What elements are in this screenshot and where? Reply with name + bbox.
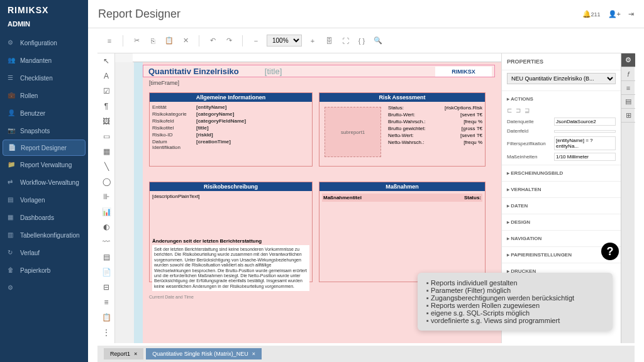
nav-papierkorb[interactable]: 🗑Papierkorb [0, 261, 88, 279]
feature-tooltip: Reports individuell gestalten Parameter … [418, 273, 613, 331]
section-erscheinung[interactable]: ▸ ERSCHEINUNGSBILD [507, 168, 616, 178]
nav-dashboards[interactable]: ▦Dashboards [0, 209, 88, 226]
sparkline-tool[interactable]: 〰 [97, 234, 115, 250]
doc-tool[interactable]: 📋 [97, 310, 115, 325]
nav-rollen[interactable]: 💼Rollen [0, 87, 88, 104]
template-icon: ▤ [8, 196, 15, 204]
redo-icon[interactable]: ↷ [223, 35, 235, 47]
tab-quantitative[interactable]: Quantitative Single Risk (Matrix)_NEU× [146, 348, 262, 359]
section-papier[interactable]: ▸ PAPIEREINSTELLUNGEN [507, 250, 616, 260]
camera-icon: 📷 [8, 127, 15, 134]
align-left-icon[interactable]: ⊏ [507, 107, 512, 114]
align-center-icon[interactable]: ⊐ [516, 107, 521, 114]
checkbox-tool[interactable]: ☑ [97, 84, 115, 99]
title-band[interactable]: Quantitativ Einzelrisiko [title] RIMIKSX [143, 65, 495, 77]
actions-header[interactable]: ▸ ACTIONS [507, 94, 616, 104]
cut-icon[interactable]: ✂ [131, 35, 142, 47]
panel-beschreibung[interactable]: Risikobeschreibung [descriptionPlainText… [149, 182, 313, 282]
nav-report-verwaltung[interactable]: 📁Report Verwaltung [0, 156, 88, 173]
report-logo[interactable]: RIMIKSX [435, 67, 492, 77]
ruler-horizontal [133, 53, 501, 62]
tool-palette: ↖ A ☑ ¶ 🖼 ▭ ▦ ╲ ◯ ⊪ 📊 ◐ 〰 ▤ 📄 ⊟ ≡ 📋 ⋮ [97, 53, 115, 343]
nav-tabellen[interactable]: ▥Tabellenkonfiguration [0, 226, 88, 244]
nav-checklisten[interactable]: ☰Checklisten [0, 69, 88, 87]
page-title: Report Designer [98, 8, 582, 21]
footer-date[interactable]: Current Date and Time [149, 295, 194, 341]
pagebreak-tool[interactable]: ⊟ [97, 280, 115, 295]
paste-icon[interactable]: 📋 [164, 35, 175, 47]
tab-tree[interactable]: ⊞ [621, 109, 635, 123]
section-navigation[interactable]: ▸ NAVIGATION [507, 233, 616, 244]
element-select[interactable]: NEU Quantitativ Einzelrisiko (B... [507, 73, 616, 84]
description-field[interactable]: [descriptionPlainText] [152, 194, 309, 199]
pivot-tool[interactable]: ▤ [97, 250, 115, 265]
toc-tool[interactable]: ⋮ [97, 325, 115, 340]
text-tool[interactable]: A [97, 69, 115, 84]
report-title[interactable]: Quantitativ Einzelrisiko [143, 65, 244, 77]
title-placeholder[interactable]: [title] [265, 67, 282, 76]
history-icon: ↻ [8, 249, 15, 256]
image-tool[interactable]: 🖼 [97, 114, 115, 129]
subreport1[interactable]: subreport1 [325, 107, 381, 157]
barcode-tool[interactable]: ⊪ [97, 189, 115, 204]
zoom-select[interactable]: 100% [267, 35, 302, 47]
tab-properties[interactable]: ⚙ [621, 53, 635, 67]
nav-vorlagen[interactable]: ▤Vorlagen [0, 191, 88, 209]
undo-icon[interactable]: ↶ [207, 35, 218, 47]
panel-allgemeine[interactable]: Allgemeine Informationen Entität[entityN… [149, 92, 313, 167]
users-icon: 👥 [8, 57, 15, 64]
tab-expressions[interactable]: f [621, 67, 635, 81]
nav-benutzer[interactable]: 👤Benutzer [0, 104, 88, 122]
user-add-icon[interactable]: 👤+ [608, 10, 621, 18]
tab-explorer[interactable]: ▤ [621, 95, 635, 109]
nav-verlauf[interactable]: ↻Verlauf [0, 244, 88, 261]
close-icon[interactable]: × [252, 351, 255, 357]
chart-tool[interactable]: 📊 [97, 204, 115, 219]
panel-tool[interactable]: ▭ [97, 129, 115, 144]
nav-settings[interactable]: ⚙ [0, 279, 88, 297]
logout-icon[interactable]: ⇥ [628, 10, 634, 18]
changes-text[interactable]: Seit der letzten Berichterstattung sind … [152, 245, 309, 291]
section-design[interactable]: ▸ DESIGN [507, 217, 616, 228]
panel-massnahmen[interactable]: Maßnahmen Maßnahmentitel Status: [319, 182, 486, 282]
line-tool[interactable]: ╲ [97, 159, 115, 174]
menu-icon[interactable]: ≡ [104, 35, 115, 47]
nav-mandanten[interactable]: 👥Mandanten [0, 52, 88, 69]
nav-snapshots[interactable]: 📷Snapshots [0, 122, 88, 140]
admin-label: ADMIN [0, 20, 88, 34]
tab-report1[interactable]: Report1× [104, 348, 143, 359]
panel-risk-assessment[interactable]: Risk Assessment subreport1 Status:[riskO… [319, 92, 486, 167]
section-daten[interactable]: ▸ DATEN [507, 200, 616, 211]
db-icon[interactable]: 🗄 [323, 35, 335, 47]
tabs-bar: Report1× Quantitative Single Risk (Matri… [97, 346, 635, 362]
richtext-tool[interactable]: ¶ [97, 99, 115, 114]
align-right-icon[interactable]: ⊒ [525, 107, 530, 114]
close-icon[interactable]: × [134, 351, 137, 357]
header-actions: 🔔211 👤+ ⇥ [582, 10, 634, 18]
briefcase-icon: 💼 [8, 92, 15, 99]
nav-report-designer[interactable]: 📄Report Designer [3, 140, 86, 156]
trash-icon: 🗑 [8, 266, 15, 274]
timeframe-field[interactable]: [timeFrame] [149, 80, 179, 86]
subreport-tool[interactable]: 📄 [97, 265, 115, 280]
zoom-in-icon[interactable]: + [307, 35, 318, 47]
table-tool[interactable]: ▦ [97, 144, 115, 159]
gauge-tool[interactable]: ◐ [97, 219, 115, 234]
tab-fields[interactable]: ≡ [621, 81, 635, 95]
script-icon[interactable]: { } [356, 35, 367, 47]
nav-konfiguration[interactable]: ⚙Konfiguration [0, 34, 88, 52]
crossband-tool[interactable]: ≡ [97, 295, 115, 310]
panel4-header: Maßnahmen [319, 182, 485, 191]
shape-tool[interactable]: ◯ [97, 174, 115, 189]
fullscreen-icon[interactable]: ⛶ [340, 35, 351, 47]
delete-icon[interactable]: ✕ [180, 35, 191, 47]
nav-workflow[interactable]: ⇄Workflow-Verwaltung [0, 173, 88, 191]
preview-icon[interactable]: 🔍 [372, 35, 384, 47]
zoom-out-icon[interactable]: − [250, 35, 262, 47]
bell-icon[interactable]: 🔔211 [582, 10, 601, 18]
section-verhalten[interactable]: ▸ VERHALTEN [507, 184, 616, 195]
pointer-tool[interactable]: ↖ [97, 53, 115, 69]
help-button[interactable]: ? [601, 243, 619, 260]
copy-icon[interactable]: ⎘ [147, 35, 158, 47]
flow-icon: ⇄ [8, 178, 15, 186]
